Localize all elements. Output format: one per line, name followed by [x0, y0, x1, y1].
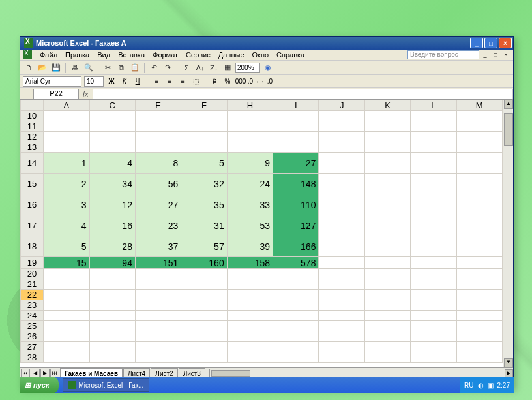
cell[interactable]	[135, 290, 181, 300]
row-header[interactable]: 17	[21, 215, 44, 236]
cell[interactable]	[135, 331, 181, 342]
cell[interactable]	[181, 142, 227, 153]
menu-tools[interactable]: Сервис	[182, 51, 214, 59]
row-header[interactable]: 27	[21, 342, 44, 352]
cell[interactable]	[411, 121, 456, 132]
menu-help[interactable]: Справка	[273, 51, 308, 59]
column-header[interactable]: J	[319, 100, 364, 111]
percent-icon[interactable]: %	[222, 76, 233, 87]
menu-insert[interactable]: Вставка	[114, 51, 149, 59]
cell[interactable]	[227, 290, 273, 300]
cell[interactable]	[319, 153, 364, 174]
cell[interactable]: 110	[273, 194, 319, 215]
cell[interactable]	[319, 142, 364, 153]
cell[interactable]: 56	[135, 174, 181, 194]
cell[interactable]	[44, 269, 89, 279]
start-button[interactable]: ⊞ пуск	[20, 377, 59, 393]
cell[interactable]	[319, 132, 364, 142]
maximize-button[interactable]: □	[484, 38, 497, 48]
cell[interactable]	[135, 279, 181, 290]
italic-button[interactable]: К	[119, 76, 130, 87]
cell[interactable]	[135, 142, 181, 153]
cell[interactable]	[227, 142, 273, 153]
cell[interactable]	[135, 300, 181, 311]
cell[interactable]	[181, 321, 227, 331]
close-button[interactable]: ×	[499, 38, 512, 48]
cell[interactable]	[181, 132, 227, 142]
cell[interactable]	[319, 269, 364, 279]
cell[interactable]	[44, 342, 89, 352]
tray-lang[interactable]: RU	[464, 382, 473, 389]
currency-icon[interactable]: ₽	[209, 76, 220, 87]
cell[interactable]	[411, 153, 456, 174]
cell[interactable]	[44, 111, 89, 121]
cell[interactable]	[364, 300, 410, 311]
cell[interactable]	[44, 290, 89, 300]
sort-asc-icon[interactable]: A↓	[194, 62, 206, 74]
cell[interactable]	[273, 352, 319, 363]
cell[interactable]	[456, 311, 502, 321]
cell[interactable]	[227, 321, 273, 331]
cell[interactable]	[89, 142, 135, 153]
row-header[interactable]: 24	[21, 311, 44, 321]
menu-edit[interactable]: Правка	[61, 51, 93, 59]
cell[interactable]	[181, 121, 227, 132]
cell[interactable]	[227, 132, 273, 142]
align-right-icon[interactable]: ≡	[177, 76, 188, 87]
cell[interactable]: 16	[89, 215, 135, 236]
row-header[interactable]: 19	[21, 257, 44, 269]
cell[interactable]	[411, 321, 456, 331]
cell[interactable]	[89, 311, 135, 321]
cell[interactable]	[319, 331, 364, 342]
cell[interactable]	[44, 121, 89, 132]
cell[interactable]	[135, 352, 181, 363]
menu-window[interactable]: Окно	[248, 51, 273, 59]
cell[interactable]	[44, 331, 89, 342]
cell[interactable]	[44, 300, 89, 311]
row-header[interactable]: 11	[21, 121, 44, 132]
cell[interactable]: 8	[135, 153, 181, 174]
cell[interactable]	[227, 352, 273, 363]
cell[interactable]: 4	[44, 215, 89, 236]
cell[interactable]	[411, 300, 456, 311]
cell[interactable]	[364, 269, 410, 279]
cut-icon[interactable]: ✂	[102, 62, 113, 74]
cell[interactable]: 28	[89, 236, 135, 257]
cell[interactable]	[411, 111, 456, 121]
cell[interactable]	[456, 111, 502, 121]
cell[interactable]	[89, 300, 135, 311]
cell[interactable]	[364, 121, 410, 132]
align-left-icon[interactable]: ≡	[151, 76, 162, 87]
column-header[interactable]: M	[456, 100, 502, 111]
row-header[interactable]: 25	[21, 321, 44, 331]
cell[interactable]	[181, 290, 227, 300]
cell[interactable]	[181, 300, 227, 311]
column-header[interactable]: K	[364, 100, 410, 111]
cell[interactable]	[181, 342, 227, 352]
cell[interactable]	[411, 236, 456, 257]
cell[interactable]	[273, 311, 319, 321]
cell[interactable]	[273, 342, 319, 352]
minimize-button[interactable]: _	[470, 38, 483, 48]
cell[interactable]	[411, 331, 456, 342]
cell[interactable]	[411, 142, 456, 153]
inc-decimal-icon[interactable]: .0→	[248, 76, 259, 87]
column-header[interactable]: I	[273, 100, 319, 111]
cell[interactable]	[411, 215, 456, 236]
cell[interactable]	[319, 300, 364, 311]
cell[interactable]	[319, 290, 364, 300]
cell[interactable]	[89, 331, 135, 342]
cell[interactable]	[227, 121, 273, 132]
cell[interactable]	[319, 342, 364, 352]
cell[interactable]	[364, 153, 410, 174]
cell[interactable]	[364, 352, 410, 363]
preview-icon[interactable]: 🔍	[83, 62, 95, 74]
cell[interactable]	[181, 269, 227, 279]
cell[interactable]	[135, 321, 181, 331]
cell[interactable]	[319, 279, 364, 290]
menu-file[interactable]: Файл	[36, 51, 61, 59]
bold-button[interactable]: Ж	[106, 76, 117, 87]
cell[interactable]	[411, 174, 456, 194]
cell[interactable]: 57	[181, 236, 227, 257]
row-header[interactable]: 16	[21, 194, 44, 215]
